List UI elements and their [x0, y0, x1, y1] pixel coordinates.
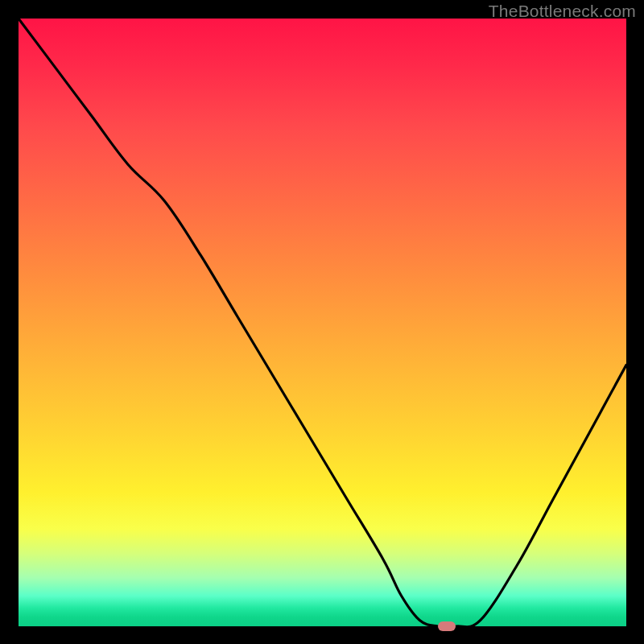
plot-area	[19, 19, 626, 626]
chart-frame: TheBottleneck.com	[0, 0, 644, 644]
bottleneck-curve	[19, 19, 626, 626]
optimal-point-marker	[438, 621, 456, 631]
watermark-text: TheBottleneck.com	[489, 2, 636, 21]
